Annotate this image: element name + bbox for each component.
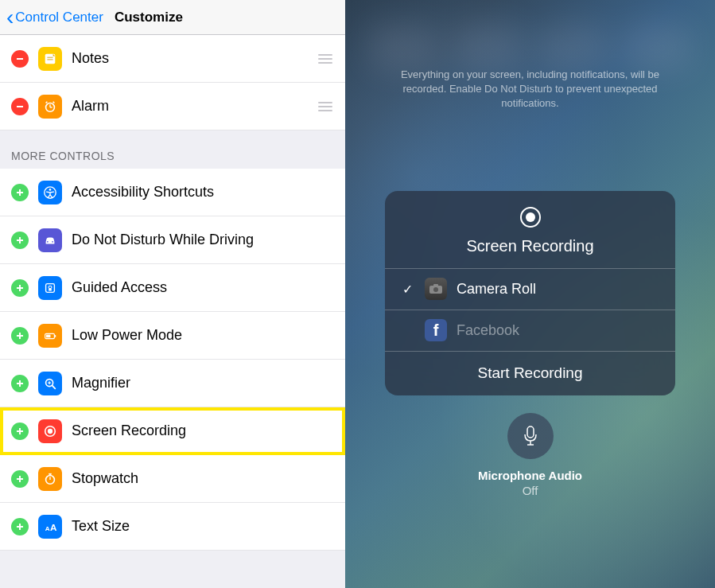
stopwatch-icon [38,467,62,491]
car-icon [38,228,62,252]
add-button[interactable] [11,327,29,345]
screen-recording-card: Screen Recording ✓Camera RollfFacebook S… [385,191,675,395]
microphone-button[interactable] [507,413,554,459]
svg-point-51 [433,287,438,292]
page-title: Customize [115,10,339,25]
start-recording-button[interactable]: Start Recording [385,351,675,395]
add-button[interactable] [11,518,29,535]
card-title: Screen Recording [385,237,675,255]
back-button[interactable]: ‹ Control Center [6,6,103,29]
textsize-icon: AA [38,515,62,539]
remove-button[interactable] [11,50,29,68]
battery-icon [38,324,62,348]
svg-point-48 [526,212,535,222]
svg-line-8 [46,101,48,103]
add-button[interactable] [11,470,29,488]
row-label: Stopwatch [72,470,334,487]
recording-destination-option[interactable]: ✓Camera Roll [385,268,675,310]
svg-text:A: A [50,521,57,532]
row-label: Alarm [72,98,317,115]
more-row: AAText Size [0,503,345,551]
cc-content: Everything on your screen, including not… [345,0,715,588]
included-list: NotesAlarm [0,35,345,130]
more-row: Low Power Mode [0,312,345,360]
microphone-label: Microphone Audio [478,469,582,482]
svg-rect-52 [527,426,534,438]
svg-rect-21 [49,288,52,291]
svg-point-39 [46,475,55,484]
add-button[interactable] [11,184,29,201]
more-list: Accessibility ShortcutsDo Not Disturb Wh… [0,169,345,551]
included-row: Notes [0,35,345,83]
add-button[interactable] [11,375,29,392]
drag-handle[interactable] [317,54,334,64]
cameraroll-icon [425,278,447,300]
svg-line-30 [52,385,56,388]
svg-rect-26 [46,334,50,337]
svg-point-17 [52,240,53,242]
more-row: Stopwatch [0,455,345,503]
recording-destination-option[interactable]: fFacebook [385,310,675,351]
settings-screen: ‹ Control Center Customize NotesAlarm MO… [0,0,345,588]
row-label: Screen Recording [72,423,334,439]
checkmark-icon: ✓ [399,282,415,297]
row-label: Do Not Disturb While Driving [72,232,334,248]
svg-point-16 [47,240,49,242]
record-icon [519,205,542,229]
lock-icon [38,276,62,300]
alarm-icon [38,95,62,119]
svg-text:A: A [45,524,50,532]
chevron-left-icon: ‹ [6,6,14,29]
svg-point-13 [49,189,52,191]
card-header: Screen Recording [385,191,675,268]
row-label: Text Size [72,518,334,535]
nav-bar: ‹ Control Center Customize [0,0,345,35]
row-label: Guided Access [72,279,334,296]
microphone-icon [522,425,539,447]
magnifier-icon [38,372,62,395]
svg-rect-25 [55,335,56,337]
more-row: Accessibility Shortcuts [0,169,345,216]
accessibility-icon [38,181,62,204]
more-row: Screen Recording [0,407,345,455]
svg-point-36 [48,428,52,433]
recording-notice: Everything on your screen, including not… [364,68,696,111]
svg-line-9 [53,101,55,103]
row-label: Notes [72,50,317,67]
more-row: Do Not Disturb While Driving [0,216,345,264]
section-header-more: MORE CONTROLS [0,130,345,169]
included-row: Alarm [0,83,345,130]
add-button[interactable] [11,423,29,440]
add-button[interactable] [11,279,29,297]
more-row: Guided Access [0,264,345,312]
facebook-icon: f [425,319,447,341]
drag-handle[interactable] [317,102,334,111]
back-label: Control Center [15,10,103,25]
row-label: Magnifier [72,375,334,391]
option-label: Camera Roll [457,281,536,298]
row-label: Low Power Mode [72,327,334,344]
notes-icon [38,47,62,71]
option-label: Facebook [457,322,519,339]
row-label: Accessibility Shortcuts [72,184,334,201]
more-row: Magnifier [0,360,345,407]
record-icon [38,419,62,443]
microphone-status: Off [523,484,538,497]
control-center-screen: Everything on your screen, including not… [345,0,715,588]
remove-button[interactable] [11,98,29,115]
add-button[interactable] [11,232,29,249]
svg-rect-50 [433,284,438,286]
